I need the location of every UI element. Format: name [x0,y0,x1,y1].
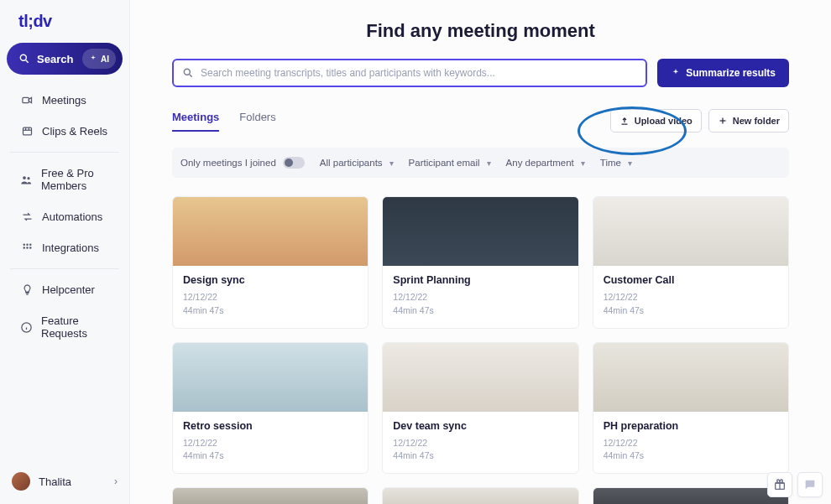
meeting-date: 12/12/22 [604,291,778,304]
sparkle-icon [671,68,681,78]
ai-badge: AI [82,49,116,69]
meeting-title: Dev team sync [393,420,567,432]
meeting-thumbnail [383,488,578,504]
svg-point-9 [23,244,25,247]
user-name: Thalita [39,475,71,488]
new-folder-button[interactable]: New folder [708,109,789,132]
meeting-thumbnail [383,343,578,412]
tab-actions: Upload video New folder [610,109,789,132]
tabs-row: Meetings Folders Upload video New folder [172,109,789,132]
upload-video-label: Upload video [635,116,692,126]
sidebar-item-meetings[interactable]: Meetings [0,85,129,116]
svg-rect-3 [23,127,31,135]
meeting-thumbnail [173,343,368,412]
meeting-card[interactable]: Design sync 12/12/22 44min 47s [172,196,368,329]
meeting-thumbnail [593,488,788,504]
automation-icon [20,210,34,223]
sidebar-search-label: Search [37,53,73,65]
svg-point-10 [26,244,29,247]
meeting-card[interactable]: Retro session 12/12/22 44min 47s [172,342,368,475]
meeting-card[interactable] [593,487,789,504]
meeting-duration: 44min 47s [393,304,567,318]
upload-video-button[interactable]: Upload video [610,109,702,132]
summarize-results-button[interactable]: Summarize results [657,59,789,87]
meeting-date: 12/12/22 [183,437,358,450]
filter-participants-label: All participants [320,158,383,168]
meeting-date: 12/12/22 [393,437,567,450]
svg-point-13 [26,247,29,249]
toggle-only-joined[interactable] [283,157,305,169]
filter-participants[interactable]: All participants ▾ [320,158,394,168]
svg-rect-2 [22,97,29,102]
tab-folders[interactable]: Folders [239,111,275,132]
filter-only-joined[interactable]: Only meetings I joined [180,157,305,169]
main-area: Find any meeting moment Summarize result… [130,0,831,504]
meeting-title: Customer Call [604,274,778,286]
gift-button[interactable] [767,472,792,497]
filter-time[interactable]: Time ▾ [600,158,632,168]
chat-button[interactable] [797,472,823,497]
meeting-duration: 44min 47s [183,304,358,318]
meeting-thumbnail [383,197,578,266]
meeting-date: 12/12/22 [393,291,567,304]
search-icon [182,67,194,79]
sidebar-separator [10,268,119,269]
search-icon [18,53,30,65]
sidebar-item-label: Automations [42,210,102,223]
sidebar-item-integrations[interactable]: Integrations [0,232,129,263]
video-icon [20,94,34,107]
meeting-card[interactable]: Dev team sync 12/12/22 44min 47s [382,342,578,475]
meeting-duration: 44min 47s [604,449,778,463]
page-title: Find any meeting moment [172,20,789,42]
summarize-results-label: Summarize results [686,67,776,79]
svg-line-19 [190,75,192,77]
svg-point-8 [27,177,29,179]
filter-time-label: Time [600,158,621,168]
meeting-duration: 44min 47s [393,449,567,463]
svg-point-0 [20,55,26,60]
filters-row: Only meetings I joined All participants … [172,148,789,178]
main-search-input[interactable] [201,67,637,79]
meeting-duration: 44min 47s [183,449,358,463]
svg-point-11 [29,244,32,247]
meeting-card[interactable]: PH preparation 12/12/22 44min 47s [593,342,789,475]
chevron-right-icon: › [114,475,118,487]
meeting-card[interactable]: Sprint Planning 12/12/22 44min 47s [382,196,578,329]
sidebar-item-label: Meetings [42,94,86,107]
upload-icon [619,116,630,126]
sidebar-item-clips[interactable]: Clips & Reels [0,116,129,147]
sidebar-item-members[interactable]: Free & Pro Members [0,158,129,201]
filter-department[interactable]: Any department ▾ [506,158,585,168]
sidebar-item-label: Clips & Reels [42,125,107,138]
meeting-title: Design sync [183,274,358,286]
meeting-thumbnail [593,197,788,266]
filter-department-label: Any department [506,158,574,168]
meeting-title: PH preparation [604,420,778,432]
svg-line-1 [26,60,29,63]
meeting-card[interactable] [382,487,578,504]
sidebar-item-helpcenter[interactable]: Helpcenter [0,274,129,305]
filter-email[interactable]: Participant email ▾ [409,158,491,168]
filter-only-joined-label: Only meetings I joined [180,158,276,168]
search-row: Summarize results [172,59,789,87]
main-search-box[interactable] [172,59,647,87]
meeting-card[interactable] [172,487,368,504]
svg-point-14 [29,247,32,249]
clips-icon [20,125,34,138]
meeting-duration: 44min 47s [604,304,778,318]
sidebar-search-pill[interactable]: Search AI [7,43,123,75]
sidebar-item-feature-requests[interactable]: Feature Requests [0,305,129,349]
sidebar-item-label: Integrations [42,242,99,254]
floating-buttons [767,472,823,497]
user-menu[interactable]: Thalita › [0,459,129,504]
tab-meetings[interactable]: Meetings [172,111,219,132]
meeting-thumbnail [173,488,368,504]
chevron-down-icon: ▾ [487,158,491,168]
chevron-down-icon: ▾ [389,158,394,168]
sidebar-item-automations[interactable]: Automations [0,201,129,232]
meeting-date: 12/12/22 [604,437,778,450]
meeting-card[interactable]: Customer Call 12/12/22 44min 47s [593,196,789,329]
meetings-grid: Design sync 12/12/22 44min 47s Sprint Pl… [172,196,789,504]
chevron-down-icon: ▾ [581,158,585,168]
meeting-thumbnail [593,343,788,412]
